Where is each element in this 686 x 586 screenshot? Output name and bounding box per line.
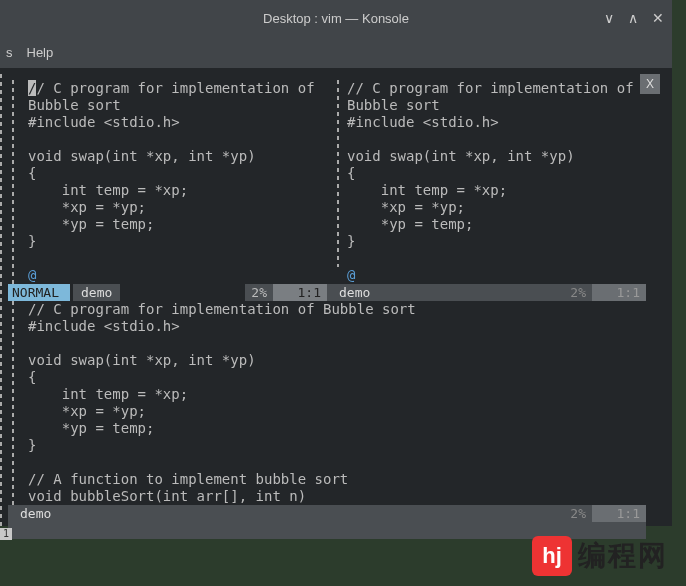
filename: demo [8,505,59,522]
ruler-indicator: 1 [0,528,12,540]
fold-gutter [8,301,28,505]
window-title: Desktop : vim — Konsole [263,11,409,26]
file-percent: 2% [564,284,592,301]
top-split: // C program for implementation of Bubbl… [8,80,646,301]
mode-indicator: NORMAL [8,284,70,301]
fold-gutter [8,80,28,284]
pane-top-right[interactable]: // C program for implementation of Bubbl… [327,80,646,301]
fold-gutter [327,80,347,267]
konsole-window: Desktop : vim — Konsole ∨ ∧ ✕ s Help X /… [0,0,672,526]
cursor-position: 1:1 [273,284,327,301]
logo-text: 编程网 [578,537,668,575]
close-icon[interactable]: ✕ [652,10,664,26]
window-titlebar[interactable]: Desktop : vim — Konsole ∨ ∧ ✕ [0,0,672,36]
menu-item-left[interactable]: s [6,45,13,60]
code-top-left[interactable]: // C program for implementation of Bubbl… [28,80,327,284]
maximize-icon[interactable]: ∧ [628,10,638,26]
code-bottom[interactable]: // C program for implementation of Bubbl… [28,301,646,505]
cursor-position: 1:1 [592,505,646,522]
vim-editor: // C program for implementation of Bubbl… [8,80,646,526]
menu-bar: s Help [0,36,672,68]
statusline-bottom: demo 2% 1:1 [8,505,646,522]
terminal-area[interactable]: X // C program for implementation of Bub… [0,68,672,526]
statusline-top-right: demo 2% 1:1 [327,284,646,301]
statusline-top-left: NORMAL demo 2% 1:1 [8,284,327,301]
left-edge-gutter [0,74,2,526]
menu-item-help[interactable]: Help [27,45,54,60]
pane-bottom[interactable]: // C program for implementation of Bubbl… [8,301,646,539]
end-marker: @ [28,267,36,283]
minimize-icon[interactable]: ∨ [604,10,614,26]
filename: demo [73,284,120,301]
file-percent: 2% [245,284,273,301]
window-controls: ∨ ∧ ✕ [604,0,664,36]
code-top-right[interactable]: // C program for implementation of Bubbl… [347,80,646,267]
watermark-logo: hj 编程网 [532,536,668,576]
file-percent: 2% [564,505,592,522]
end-marker: @ [347,267,355,283]
cursor-position: 1:1 [592,284,646,301]
pane-top-left[interactable]: // C program for implementation of Bubbl… [8,80,327,301]
logo-icon: hj [532,536,572,576]
filename: demo [327,284,378,301]
